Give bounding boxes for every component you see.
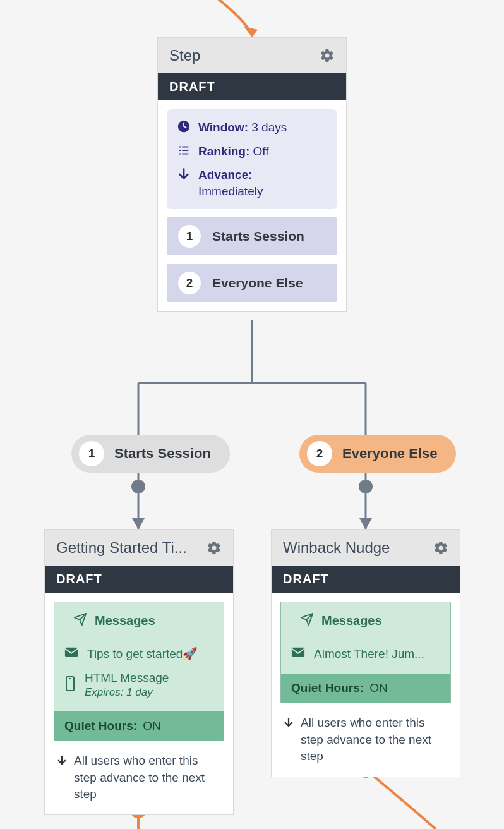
- svg-rect-26: [292, 648, 304, 657]
- arrow-down-icon: [177, 167, 191, 181]
- branch-pill-1[interactable]: 1 Starts Session: [71, 435, 230, 473]
- getting-started-title: Getting Started Ti...: [56, 539, 187, 557]
- winback-header: Winback Nudge: [272, 530, 460, 566]
- step-card[interactable]: Step DRAFT Window: 3 days Ranking: Off: [157, 37, 347, 312]
- svg-point-9: [359, 480, 373, 493]
- step-status-label: DRAFT: [169, 80, 215, 94]
- branch-badge-2: 2: [307, 441, 332, 466]
- step-card-header: Step: [158, 38, 346, 73]
- ranking-icon: [177, 143, 191, 157]
- message-label: HTML Message: [85, 671, 169, 685]
- messages-header-right: Messages: [290, 605, 441, 636]
- winback-status: DRAFT: [272, 566, 460, 593]
- message-label: Almost There! Jum...: [314, 647, 424, 661]
- message-label: Tips to get started🚀: [87, 646, 198, 661]
- ranking-text: Ranking: Off: [198, 143, 327, 160]
- svg-rect-17: [179, 150, 181, 151]
- message-item[interactable]: Almost There! Jum...: [291, 641, 440, 666]
- svg-rect-16: [182, 146, 188, 147]
- ranking-row: Ranking: Off: [177, 143, 327, 160]
- svg-point-6: [131, 480, 145, 493]
- clock-icon: [177, 119, 191, 133]
- message-item[interactable]: HTML Message Expires: 1 day: [64, 666, 213, 704]
- paper-plane-icon: [73, 612, 87, 629]
- svg-rect-22: [65, 648, 78, 657]
- winback-card[interactable]: Winback Nudge DRAFT Messages Almost Ther…: [271, 529, 460, 777]
- messages-panel-left: Messages Tips to get started🚀 HTML Messa…: [54, 602, 224, 741]
- step-title: Step: [169, 47, 200, 64]
- envelope-icon: [64, 646, 78, 661]
- messages-list-right: Almost There! Jum...: [281, 636, 450, 674]
- quiet-hours-right: Quiet Hours: ON: [281, 674, 450, 703]
- envelope-icon: [291, 646, 305, 661]
- step-option-1[interactable]: 1 Starts Session: [167, 217, 337, 255]
- advance-note-right: All users who enter this step advance to…: [272, 712, 460, 777]
- svg-marker-10: [359, 518, 372, 529]
- step-option-2[interactable]: 2 Everyone Else: [167, 264, 337, 302]
- messages-header-left: Messages: [63, 605, 215, 636]
- getting-started-status: DRAFT: [45, 566, 233, 593]
- messages-list-left: Tips to get started🚀 HTML Message Expire…: [54, 636, 224, 711]
- message-item[interactable]: Tips to get started🚀: [64, 641, 213, 666]
- messages-panel-right: Messages Almost There! Jum... Quiet Hour…: [280, 602, 451, 703]
- option-label-2: Everyone Else: [212, 275, 303, 291]
- gear-icon[interactable]: [207, 540, 222, 555]
- getting-started-card[interactable]: Getting Started Ti... DRAFT Messages Tip…: [44, 529, 234, 815]
- phone-icon: [64, 676, 76, 694]
- option-badge-1: 1: [178, 225, 201, 248]
- branch-label-2: Everyone Else: [342, 445, 437, 462]
- quiet-hours-left: Quiet Hours: ON: [54, 711, 224, 741]
- winback-title: Winback Nudge: [283, 539, 390, 557]
- paper-plane-icon: [300, 612, 314, 629]
- arrow-down-icon: [56, 754, 68, 771]
- svg-marker-7: [132, 518, 145, 529]
- window-row: Window: 3 days: [177, 119, 327, 136]
- window-text: Window: 3 days: [198, 119, 327, 136]
- arrow-down-icon: [283, 716, 294, 733]
- option-badge-2: 2: [178, 272, 201, 294]
- advance-note-left: All users who enter this step advance to…: [45, 750, 233, 814]
- message-expires: Expires: 1 day: [85, 686, 169, 699]
- svg-rect-20: [182, 153, 188, 154]
- option-label-1: Starts Session: [212, 229, 304, 244]
- gear-icon[interactable]: [320, 48, 335, 63]
- svg-rect-15: [179, 146, 181, 147]
- gear-icon[interactable]: [433, 540, 448, 555]
- getting-started-header: Getting Started Ti...: [45, 530, 233, 566]
- branch-pill-2[interactable]: 2 Everyone Else: [299, 435, 456, 473]
- step-status-bar: DRAFT: [158, 73, 346, 100]
- svg-marker-0: [244, 27, 258, 37]
- advance-text: Advance: Immediately: [198, 167, 327, 199]
- svg-rect-18: [182, 150, 188, 151]
- branch-label-1: Starts Session: [114, 445, 211, 462]
- branch-badge-1: 1: [79, 441, 104, 466]
- advance-row: Advance: Immediately: [177, 167, 327, 199]
- step-info-panel: Window: 3 days Ranking: Off Advance: Imm…: [167, 109, 337, 209]
- svg-rect-19: [179, 153, 181, 154]
